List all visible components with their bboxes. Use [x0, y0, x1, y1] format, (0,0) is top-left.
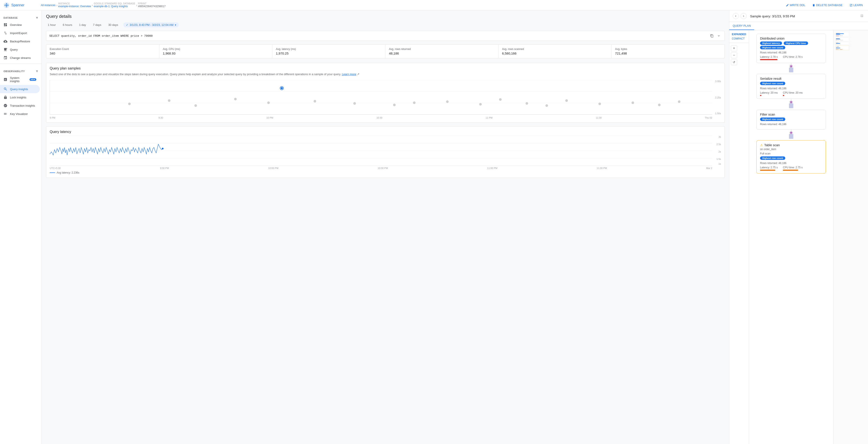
- query-latency-card: Query latency 3s 2.5s 2s 1.5s 1s: [46, 126, 725, 178]
- scatter-dot[interactable]: [499, 98, 502, 101]
- plan-title: Sample query: 3/1/23, 9:55 PM: [750, 14, 858, 18]
- serialize-cpu-bar: [783, 95, 784, 96]
- sidebar-item-transaction-insights[interactable]: Transaction insights: [0, 101, 40, 110]
- y-15s: 1.5s: [716, 158, 721, 160]
- table-scan-metrics: Latency: 2.75 s CPU time: 2.75 s: [760, 166, 822, 171]
- sidebar-item-query-insights[interactable]: Query insights: [0, 85, 40, 93]
- breadcrumb-instance-link[interactable]: example-instance: Overview: [58, 5, 91, 8]
- sidebar-item-change-streams[interactable]: Change streams: [0, 54, 40, 62]
- copy-icon: [710, 34, 714, 37]
- sidebar-item-query[interactable]: Query: [0, 46, 40, 54]
- breadcrumb-all-instances[interactable]: All instances: [41, 4, 55, 7]
- scatter-dot[interactable]: [413, 101, 416, 104]
- chevron-obs-icon: ▾: [36, 69, 38, 73]
- sidebar-item-system-insights[interactable]: System insights NEW: [0, 74, 40, 85]
- plan-controls: EXPANDED COMPACT + − ↺: [729, 30, 749, 444]
- scatter-dot[interactable]: [526, 102, 528, 105]
- scatter-dot[interactable]: [565, 99, 568, 102]
- scatter-svg: [50, 80, 712, 115]
- sidebar-item-lock-insights[interactable]: Lock insights: [0, 93, 40, 101]
- stat-execution-count-value: 340: [50, 52, 156, 55]
- zoom-controls: + − ↺: [729, 43, 749, 67]
- time-range-controls: 1 hour 6 hours 1 day 7 days 30 days ✓ 3/…: [46, 22, 725, 27]
- time-7d[interactable]: 7 days: [91, 22, 103, 27]
- scatter-dot-selected-inner[interactable]: [281, 87, 283, 89]
- badge-table-rows: Highest row count: [760, 156, 785, 160]
- scatter-dot[interactable]: [267, 101, 270, 104]
- sidebar-item-key-visualizer[interactable]: Key Visualizer: [0, 110, 40, 118]
- scatter-dot[interactable]: [631, 101, 634, 104]
- distributed-union-rows: Rows returned: 48,186: [760, 51, 822, 54]
- delete-icon: [812, 4, 815, 7]
- serialize-result-rows: Rows returned: 48,186: [760, 87, 822, 90]
- learn-button[interactable]: LEARN: [848, 2, 865, 8]
- time-1h[interactable]: 1 hour: [46, 22, 58, 27]
- scatter-dot[interactable]: [598, 102, 601, 105]
- y-1s: 1s: [718, 162, 721, 165]
- expand-button[interactable]: [716, 33, 721, 38]
- time-range-value: 3/1/23, 8:43 PM - 3/2/23, 12:04 AM: [130, 23, 174, 27]
- change-streams-icon: [3, 56, 7, 60]
- plan-next-button[interactable]: [741, 13, 747, 19]
- query-plan-samples-card: Query plan samples Select one of the dot…: [46, 63, 725, 123]
- time-1d[interactable]: 1 day: [77, 22, 88, 27]
- topbar: Spanner All instances › INSTANCE example…: [0, 0, 868, 10]
- connector-line-top-2: [791, 129, 791, 131]
- dist-union-cpu: CPU time: 2.78 s: [783, 55, 803, 60]
- scatter-dot[interactable]: [194, 104, 197, 107]
- scatter-dot[interactable]: [314, 100, 316, 102]
- sidebar-item-import-export[interactable]: Import/Export: [0, 29, 40, 37]
- scatter-dot[interactable]: [393, 103, 396, 106]
- scatter-dot[interactable]: [353, 102, 356, 105]
- connector-dot-1: [790, 101, 792, 103]
- system-icon: [3, 78, 7, 82]
- connector-line-top-1: [791, 99, 791, 101]
- plan-fullscreen-button[interactable]: [859, 13, 865, 19]
- breadcrumb-instance: INSTANCE example-instance: Overview: [58, 2, 91, 8]
- thumbnail-inner: Distributed union Highest latency Highes…: [835, 32, 866, 50]
- distributed-union-title: Distributed union: [760, 36, 822, 40]
- connector-0: [789, 63, 793, 74]
- observability-section-title: OBSERVABILITY ▾: [0, 66, 41, 74]
- scatter-dot[interactable]: [678, 100, 681, 103]
- write-ddl-button[interactable]: WRITE DDL: [784, 2, 807, 8]
- topbar-actions: WRITE DDL DELETE DATABASE LEARN: [784, 2, 865, 8]
- breadcrumb-database-link[interactable]: example-db-1: Query insights: [94, 5, 135, 8]
- scatter-dot[interactable]: [234, 98, 237, 100]
- chart-x-labels: UTC+5:30 9:30 PM 10:00 PM 10:30 PM 11:00…: [50, 167, 712, 170]
- view-expanded-button[interactable]: EXPANDED: [732, 32, 746, 36]
- query-plan-panel: Sample query: 3/1/23, 9:55 PM QUERY PLAN…: [729, 10, 868, 444]
- serialize-cpu: CPU time: 20 ms: [783, 91, 803, 96]
- zoom-in-button[interactable]: +: [731, 45, 737, 51]
- scatter-dot[interactable]: [168, 99, 170, 102]
- time-30d[interactable]: 30 days: [106, 22, 120, 27]
- sidebar-item-backup[interactable]: Backup/Restore: [0, 37, 40, 46]
- tab-query-plan[interactable]: QUERY PLAN: [729, 22, 754, 30]
- content-split: Query details 1 hour 6 hours 1 day 7 day…: [42, 10, 868, 444]
- delete-database-button[interactable]: DELETE DATABASE: [810, 2, 844, 8]
- scatter-dot[interactable]: [479, 103, 482, 106]
- learn-more-link[interactable]: Learn more: [342, 72, 356, 76]
- time-6h[interactable]: 6 hours: [61, 22, 74, 27]
- table-scan-extra: Full scan: [760, 152, 822, 155]
- zoom-out-button[interactable]: −: [731, 52, 737, 58]
- scatter-dot[interactable]: [446, 100, 449, 103]
- latency-line-chart: [50, 136, 712, 166]
- copy-button[interactable]: [709, 33, 714, 38]
- reset-zoom-button[interactable]: ↺: [731, 59, 737, 65]
- latency-chart-wrapper: 3s 2.5s 2s 1.5s 1s: [50, 136, 721, 170]
- plan-prev-button[interactable]: [733, 13, 739, 19]
- lock-insights-label: Lock insights: [10, 96, 26, 99]
- stat-avg-latency-value: 1,970.25: [276, 52, 382, 55]
- breadcrumb-sep-1: ›: [92, 3, 93, 7]
- scatter-plot: 3.00s 2.25s 1.50s: [50, 80, 721, 119]
- view-compact-button[interactable]: COMPACT: [732, 37, 746, 40]
- stat-execution-count: Execution Count 340: [46, 45, 159, 58]
- connector-dot-2: [790, 131, 792, 134]
- query-plan-samples-desc: Select one of the dots to see a query pl…: [50, 72, 721, 77]
- scatter-dot[interactable]: [658, 103, 661, 106]
- scatter-dot[interactable]: [128, 102, 131, 105]
- scatter-dot[interactable]: [546, 104, 548, 107]
- sidebar-item-overview[interactable]: Overview: [0, 21, 40, 29]
- time-range-active[interactable]: ✓ 3/1/23, 8:43 PM - 3/2/23, 12:04 AM ▾: [123, 22, 179, 27]
